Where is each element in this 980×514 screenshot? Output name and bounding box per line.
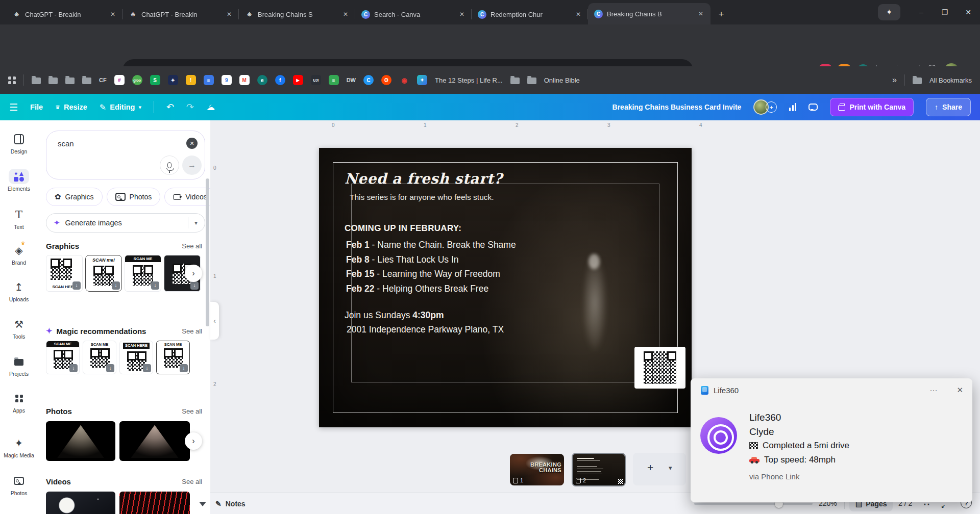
- notification-menu-icon[interactable]: ···: [929, 386, 937, 395]
- add-page-dropdown-icon[interactable]: ▾: [669, 464, 672, 472]
- bookmark-gloo-icon[interactable]: gloo: [132, 75, 142, 85]
- undo-icon[interactable]: ↶: [166, 101, 174, 113]
- bookmark-docs-icon[interactable]: ≡: [204, 75, 214, 85]
- insights-icon[interactable]: [789, 103, 796, 111]
- bookmarks-overflow-icon[interactable]: »: [892, 75, 897, 85]
- bookmark-cf[interactable]: CF: [99, 75, 107, 85]
- bookmark-folder-icon[interactable]: [65, 78, 75, 84]
- sidebar-item-tools[interactable]: ⚒ Tools: [0, 317, 38, 340]
- resize-button[interactable]: ♛Resize: [55, 103, 87, 111]
- add-page-button[interactable]: + ▾: [633, 453, 686, 485]
- editing-mode-dropdown[interactable]: ✎ Editing ▾: [100, 102, 141, 112]
- notes-button[interactable]: ✎Notes: [215, 493, 246, 514]
- close-button[interactable]: ✕: [957, 0, 980, 24]
- bookmark-folder-icon[interactable]: [527, 78, 536, 84]
- download-badge-icon[interactable]: ↓: [112, 281, 120, 290]
- tab-close-icon[interactable]: ✕: [457, 10, 467, 19]
- design-canvas[interactable]: Need a fresh start? This series is for a…: [319, 148, 692, 427]
- download-badge-icon[interactable]: ↓: [151, 281, 159, 290]
- chip-graphics[interactable]: ✿Graphics: [46, 188, 103, 206]
- all-bookmarks[interactable]: All Bookmarks: [929, 76, 972, 84]
- card-join-line[interactable]: Join us Sundays 4:30pm: [345, 310, 444, 321]
- hamburger-menu-icon[interactable]: ☰: [9, 101, 18, 113]
- photos-see-all[interactable]: See all: [182, 407, 202, 415]
- tab-search-canva[interactable]: C Search - Canva ✕: [355, 4, 472, 24]
- voice-search-icon[interactable]: [160, 156, 179, 175]
- card-heading[interactable]: COMING UP IN FEBRUARY:: [345, 223, 461, 234]
- tab-chatgpt-2[interactable]: ❋ ChatGPT - Breakin ✕: [122, 4, 239, 24]
- sidebar-item-apps[interactable]: Apps: [0, 391, 38, 414]
- tab-redemption-church[interactable]: C Redemption Chur ✕: [472, 4, 588, 24]
- bookmark-list-icon[interactable]: ≡: [329, 75, 339, 85]
- search-input[interactable]: scan: [58, 139, 74, 148]
- panel-collapse-handle[interactable]: ‹: [210, 302, 219, 340]
- card-qr-code[interactable]: [634, 347, 685, 389]
- generate-dropdown-icon[interactable]: ▾: [188, 217, 198, 228]
- search-submit-icon[interactable]: →: [182, 156, 202, 175]
- bookmark-ec-icon[interactable]: e: [257, 75, 267, 85]
- sidebar-item-projects[interactable]: Projects: [0, 354, 38, 377]
- download-badge-icon[interactable]: ↓: [106, 364, 114, 372]
- sidebar-item-uploads[interactable]: ↥ Uploads: [0, 279, 38, 302]
- graphic-tile-scan-me-script[interactable]: SCAN me! ↓: [85, 255, 122, 292]
- copilot-icon[interactable]: ✦: [878, 4, 900, 20]
- graphics-see-all[interactable]: See all: [182, 242, 202, 250]
- clear-search-icon[interactable]: ✕: [186, 138, 198, 149]
- bookmark-gmail-icon[interactable]: M: [239, 75, 250, 85]
- notification-close-icon[interactable]: ✕: [957, 386, 963, 395]
- tab-close-icon[interactable]: ✕: [108, 10, 117, 19]
- panel-scrollbar[interactable]: [206, 178, 209, 326]
- chip-photos[interactable]: Photos: [107, 188, 161, 206]
- photo-tile-ultrasound[interactable]: [46, 421, 115, 461]
- panel-scroll-down-icon[interactable]: [199, 502, 206, 510]
- bookmark-reddit-icon[interactable]: ʘ: [381, 75, 391, 85]
- magic-tile[interactable]: SCAN HERE ↓: [119, 341, 153, 374]
- document-title[interactable]: Breaking Chains Business Card Invite: [612, 103, 742, 111]
- add-collaborator-icon[interactable]: +: [766, 101, 777, 113]
- tab-breaking-chains-active[interactable]: C Breaking Chains B ✕: [588, 3, 710, 24]
- apps-grid-icon[interactable]: [8, 76, 16, 84]
- comments-icon[interactable]: [808, 104, 818, 111]
- download-badge-icon[interactable]: ↓: [190, 281, 199, 290]
- tab-close-icon[interactable]: ✕: [574, 10, 583, 19]
- life360-notification[interactable]: Life360 ··· ✕ Life360 Clyde Completed a …: [691, 378, 972, 502]
- card-event-list[interactable]: Feb 1 - Name the Chain. Break the Shame …: [346, 238, 516, 296]
- bookmark-calendar-icon[interactable]: 9: [222, 75, 232, 85]
- minimize-button[interactable]: –: [910, 0, 933, 24]
- page-thumbnail-1[interactable]: BREAKING CHAINS 1: [510, 454, 564, 485]
- sidebar-item-magic-media[interactable]: ✦ Magic Media: [0, 435, 38, 458]
- sidebar-item-design[interactable]: Design: [0, 132, 38, 155]
- share-button[interactable]: ↑Share: [926, 98, 971, 116]
- card-address-line[interactable]: 2001 Independence Parkway Plano, TX: [347, 324, 504, 335]
- card-subtitle[interactable]: This series is for anyone who feels stuc…: [350, 193, 494, 202]
- bookmark-navy-icon[interactable]: ✦: [168, 75, 178, 85]
- bookmark-online-bible[interactable]: Online Bible: [544, 76, 580, 84]
- magic-see-all[interactable]: See all: [182, 327, 202, 335]
- generate-images-button[interactable]: ✦ Generate images ▾: [46, 213, 205, 233]
- video-tile-red-streaks[interactable]: [119, 492, 190, 514]
- download-badge-icon[interactable]: ↓: [69, 364, 78, 372]
- bookmark-youtube-icon[interactable]: ▶: [293, 75, 303, 85]
- photo-tile-ultrasound[interactable]: [119, 421, 190, 461]
- bookmark-twelve-steps[interactable]: The 12 Steps | Life R...: [435, 76, 503, 84]
- tab-breaking-chains-s[interactable]: ❋ Breaking Chains S ✕: [239, 4, 355, 24]
- graphic-tile-scan-here[interactable]: SCAN HERE ↓: [46, 255, 83, 292]
- magic-tile[interactable]: SCAN ME ↓: [156, 341, 190, 374]
- bookmark-c-icon[interactable]: C: [363, 75, 374, 85]
- magic-tile[interactable]: SCAN ME ↓: [83, 341, 116, 374]
- maximize-button[interactable]: ❐: [933, 0, 957, 24]
- bookmark-folder-icon[interactable]: [32, 78, 41, 84]
- bookmark-folder-icon[interactable]: [48, 78, 58, 84]
- photos-scroll-right-icon[interactable]: ›: [185, 432, 202, 450]
- graphic-tile-scan-me-banner[interactable]: SCAN ME ↓: [125, 255, 161, 292]
- bookmark-facebook-icon[interactable]: f: [275, 75, 285, 85]
- bookmark-dw[interactable]: DW: [347, 75, 356, 85]
- magic-tile[interactable]: SCAN ME ↓: [46, 341, 80, 374]
- download-badge-icon[interactable]: ↓: [180, 364, 188, 372]
- sidebar-item-photos[interactable]: Photos: [0, 473, 38, 496]
- sidebar-item-brand[interactable]: ◈♛ Brand: [0, 243, 38, 266]
- tab-close-icon[interactable]: ✕: [225, 10, 234, 19]
- sidebar-item-elements[interactable]: ♥ Elements: [0, 169, 38, 192]
- print-with-canva-button[interactable]: Print with Canva: [830, 98, 914, 116]
- file-menu[interactable]: File: [30, 103, 43, 111]
